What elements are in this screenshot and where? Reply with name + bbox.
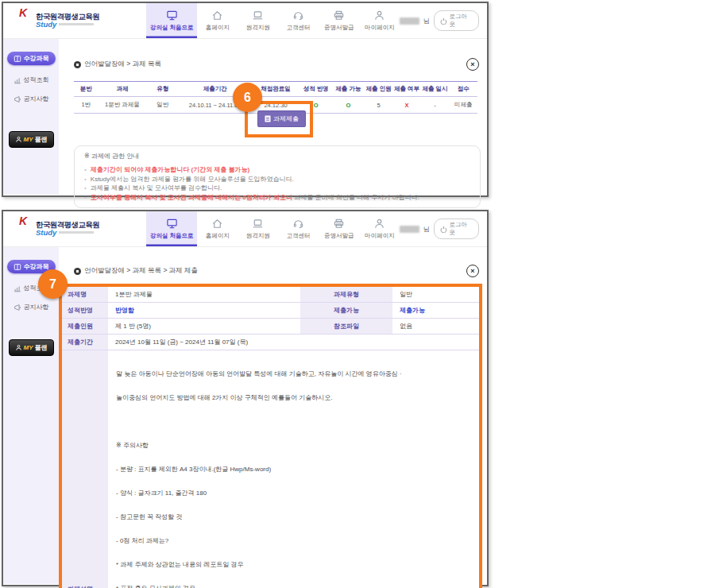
assignment-submit-window: K 한국원격평생교육원 Study 강의실 처음으로 홈페이지 원격지원 <box>2 210 489 586</box>
user-area: 님 로그아웃 <box>400 10 479 31</box>
nav-certificate[interactable]: 증명서발급 <box>319 3 359 38</box>
nav-customer-center[interactable]: 고객센터 <box>278 3 319 38</box>
logo-study-label: Study <box>36 21 56 29</box>
notice-item: •Kstudy에서는 엄격한 과제물 평가를 위해 모사솔루션을 도입하였습니다… <box>84 175 470 184</box>
breadcrumb: 언어발달장애 > 과제 목록 <box>74 60 161 69</box>
notice-title: ※ 과제에 관한 안내 <box>84 152 470 161</box>
field-label: 제출인원 <box>62 319 108 334</box>
logo-mark-icon: K <box>13 219 33 239</box>
field-label: 제출기간 <box>62 335 108 350</box>
sidebar-item-notices[interactable]: 공지사항 <box>14 95 49 103</box>
main-nav: 강의실 처음으로 홈페이지 원격지원 고객센터 증명서발급 마이페이지 <box>146 211 400 246</box>
logo-tagline <box>59 231 94 234</box>
main-nav: 강의실 처음으로 홈페이지 원격지원 고객센터 증명서발급 마이페이지 <box>146 3 400 38</box>
notice-item: •모사여부를 통해서 복사 및 모사된 과제물에 대해서는 0점처리가 되오니 … <box>84 193 470 203</box>
printer-icon <box>333 218 345 230</box>
breadcrumb-icon <box>74 268 81 275</box>
chart-icon <box>14 284 21 292</box>
field-value: 2024년 10월 11일 (금) ~ 2024년 11월 07일 (목) <box>108 335 479 350</box>
user-name-suffix: 님 <box>423 17 430 25</box>
sidebar-item-notices[interactable]: 공지사항 <box>14 303 49 311</box>
logout-button[interactable]: 로그아웃 <box>434 10 479 31</box>
field-value: 제출가능 <box>392 303 479 318</box>
user-name-suffix: 님 <box>423 225 430 234</box>
notice-item: •과제물 제출시 복사 및 모사여부를 검수합니다. <box>84 184 470 193</box>
logout-button[interactable]: 로그아웃 <box>434 219 479 239</box>
field-label: 과제유형 <box>300 287 392 302</box>
headset-icon <box>292 10 304 21</box>
field-value: 일반 <box>392 287 479 302</box>
my-plan-button[interactable]: MY플랜 <box>9 339 54 356</box>
person-icon <box>15 136 22 143</box>
close-icon[interactable]: × <box>466 265 479 277</box>
sidebar: 수강과목 성적조회 공지사항 MY플랜 <box>3 39 59 195</box>
breadcrumb: 언어발달장애 > 과제 목록 > 과제 제출 <box>74 266 198 276</box>
printer-icon <box>333 10 345 21</box>
assignment-description: 말 늦은 아동이나 단순언어장애 아동의 언어발달 특성에 대해 기술하고, 자… <box>108 350 479 588</box>
field-label: 과제설명 <box>62 350 108 588</box>
field-label: 제출가능 <box>300 303 392 318</box>
assignment-list-window: K 한국원격평생교육원 Study 강의실 처음으로 홈페이지 원격지원 <box>2 2 489 197</box>
nav-remote-support[interactable]: 원격지원 <box>238 211 278 246</box>
monitor-icon <box>166 10 178 21</box>
nav-mypage[interactable]: 마이페이지 <box>359 211 400 246</box>
site-header: K 한국원격평생교육원 Study 강의실 처음으로 홈페이지 원격지원 <box>3 211 487 247</box>
power-icon <box>440 17 447 25</box>
site-header: K 한국원격평생교육원 Study 강의실 처음으로 홈페이지 원격지원 <box>3 3 487 39</box>
site-logo[interactable]: K 한국원격평생교육원 Study <box>13 11 130 31</box>
nav-classroom-home[interactable]: 강의실 처음으로 <box>146 3 197 38</box>
home-icon <box>211 10 223 21</box>
sidebar-item-courses[interactable]: 수강과목 <box>7 52 56 65</box>
form-row: 과제명 1분반 과제물 과제유형 일반 <box>62 287 479 303</box>
field-value: 1분반 과제물 <box>108 287 300 302</box>
logo-tagline <box>59 23 94 25</box>
form-row: 제출인원 제 1 반 (5명) 참조파일 없음 <box>62 319 479 335</box>
person-icon <box>373 218 385 230</box>
logo-mark-icon: K <box>13 11 33 31</box>
book-icon <box>14 55 21 63</box>
submitted-flag: X <box>392 97 421 114</box>
monitor-icon <box>166 218 178 230</box>
megaphone-icon <box>14 95 21 103</box>
person-icon <box>15 344 22 351</box>
nav-homepage[interactable]: 홈페이지 <box>197 3 238 38</box>
submittable-flag: O <box>332 97 365 114</box>
megaphone-icon <box>14 304 21 311</box>
annotation-badge-6: 6 <box>233 83 262 112</box>
home-icon <box>211 218 223 230</box>
user-name-masked <box>400 17 419 25</box>
nav-remote-support[interactable]: 원격지원 <box>238 3 278 38</box>
user-name-masked <box>400 226 419 233</box>
field-value: 제 1 반 (5명) <box>108 319 300 334</box>
nav-classroom-home[interactable]: 강의실 처음으로 <box>146 211 197 246</box>
nav-homepage[interactable]: 홈페이지 <box>197 211 238 246</box>
field-label: 성적반영 <box>62 303 108 318</box>
annotation-rect-7: 과제명 1분반 과제물 과제유형 일반 성적반영 반영함 제출가능 제출가능 제… <box>59 284 482 588</box>
logo-study-label: Study <box>36 229 56 237</box>
field-label: 참조파일 <box>300 319 392 334</box>
chart-icon <box>14 76 21 84</box>
notice-item: •제출기간이 되어야 제출가능합니다 (기간외 제출 불가능) <box>84 165 470 175</box>
laptop-icon <box>252 10 264 21</box>
form-row-description: 과제설명 말 늦은 아동이나 단순언어장애 아동의 언어발달 특성에 대해 기술… <box>62 350 479 588</box>
nav-customer-center[interactable]: 고객센터 <box>278 211 319 246</box>
nav-mypage[interactable]: 마이페이지 <box>359 3 400 38</box>
form-row: 제출기간 2024년 10월 11일 (금) ~ 2024년 11월 07일 (… <box>62 335 479 350</box>
field-value: 없음 <box>392 319 479 334</box>
assignment-notice-box: ※ 과제에 관한 안내 •제출기간이 되어야 제출가능합니다 (기간외 제출 불… <box>74 145 481 208</box>
sidebar-item-grades[interactable]: 성적조회 <box>14 75 49 84</box>
headset-icon <box>292 218 304 230</box>
site-logo[interactable]: K 한국원격평생교육원 Study <box>13 219 130 239</box>
table-header-row: 분반 과제 유형 제출기간 채점완료일 성적 반영 제출 가능 제출 인원 제출… <box>74 82 477 97</box>
user-area: 님 로그아웃 <box>400 219 479 239</box>
breadcrumb-icon <box>74 61 81 68</box>
form-row: 성적반영 반영함 제출가능 제출가능 <box>62 303 479 319</box>
field-value: 반영함 <box>108 303 300 318</box>
power-icon <box>440 226 447 233</box>
close-icon[interactable]: × <box>466 58 479 71</box>
nav-certificate[interactable]: 증명서발급 <box>319 211 359 246</box>
person-icon <box>373 10 385 21</box>
field-label: 과제명 <box>62 287 108 302</box>
laptop-icon <box>252 218 264 230</box>
my-plan-button[interactable]: MY플랜 <box>9 131 54 148</box>
